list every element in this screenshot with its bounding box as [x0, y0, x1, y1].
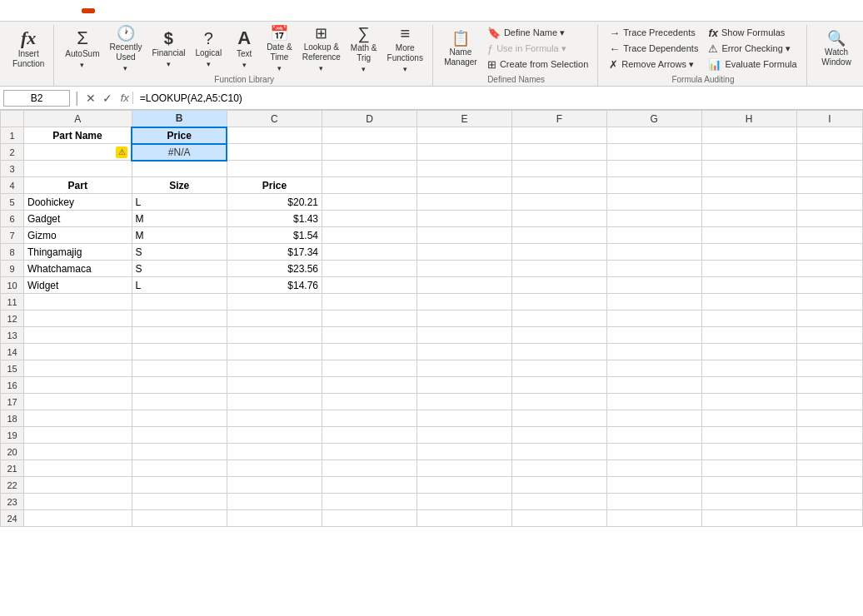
- cell-I10[interactable]: [796, 277, 862, 294]
- cell-E10[interactable]: [417, 277, 511, 294]
- cell-D4[interactable]: [322, 177, 417, 194]
- cell-C21[interactable]: [227, 460, 322, 477]
- cell-G4[interactable]: [606, 177, 701, 194]
- trace-precedents-button[interactable]: → Trace Precedents: [605, 25, 702, 40]
- cell-A17[interactable]: [24, 394, 132, 410]
- cell-B8[interactable]: S: [132, 244, 227, 261]
- cell-A6[interactable]: Gadget: [24, 211, 132, 227]
- cell-B13[interactable]: [132, 327, 227, 344]
- row-number-23[interactable]: 23: [1, 494, 24, 510]
- cell-H12[interactable]: [701, 310, 796, 327]
- create-from-selection-button[interactable]: ⊞ Create from Selection: [483, 57, 592, 72]
- cell-A5[interactable]: Doohickey: [24, 194, 132, 211]
- cell-B18[interactable]: [132, 410, 227, 427]
- cell-H13[interactable]: [701, 327, 796, 344]
- cell-B21[interactable]: [132, 460, 227, 477]
- cell-I16[interactable]: [796, 377, 862, 394]
- cell-G11[interactable]: [606, 294, 701, 310]
- cell-F2[interactable]: [511, 144, 606, 161]
- cell-F16[interactable]: [511, 377, 606, 394]
- row-number-18[interactable]: 18: [1, 410, 24, 427]
- error-indicator-icon[interactable]: ⚠: [116, 147, 127, 158]
- cell-H24[interactable]: [701, 510, 796, 527]
- cell-I5[interactable]: [796, 194, 862, 211]
- text-button[interactable]: A Text: [227, 25, 261, 73]
- cell-A20[interactable]: [24, 444, 132, 460]
- cell-B11[interactable]: [132, 294, 227, 310]
- formula-input[interactable]: [137, 91, 860, 106]
- cell-G1[interactable]: [606, 127, 701, 144]
- cell-B24[interactable]: [132, 510, 227, 527]
- cell-F11[interactable]: [511, 294, 606, 310]
- cell-A22[interactable]: [24, 477, 132, 494]
- cell-E16[interactable]: [417, 377, 511, 394]
- cell-D23[interactable]: [322, 494, 417, 510]
- cell-H10[interactable]: [701, 277, 796, 294]
- cell-C9[interactable]: $23.56: [227, 261, 322, 277]
- cell-F3[interactable]: [511, 161, 606, 177]
- cell-B10[interactable]: L: [132, 277, 227, 294]
- cell-B19[interactable]: [132, 427, 227, 444]
- cell-H6[interactable]: [701, 211, 796, 227]
- cell-H1[interactable]: [701, 127, 796, 144]
- watch-window-button[interactable]: 🔍 WatchWindow: [814, 25, 860, 73]
- cell-I21[interactable]: [796, 460, 862, 477]
- cell-G7[interactable]: [606, 227, 701, 244]
- row-number-20[interactable]: 20: [1, 444, 24, 460]
- math-trig-button[interactable]: ∑ Math &Trig: [347, 25, 382, 73]
- cell-I6[interactable]: [796, 211, 862, 227]
- row-number-22[interactable]: 22: [1, 477, 24, 494]
- cell-B6[interactable]: M: [132, 211, 227, 227]
- cell-E4[interactable]: [417, 177, 511, 194]
- cell-C12[interactable]: [227, 310, 322, 327]
- cell-I15[interactable]: [796, 360, 862, 377]
- cell-E9[interactable]: [417, 261, 511, 277]
- cell-H20[interactable]: [701, 444, 796, 460]
- remove-arrows-button[interactable]: ✗ Remove Arrows ▾: [605, 57, 702, 72]
- cell-H19[interactable]: [701, 427, 796, 444]
- cell-A11[interactable]: [24, 294, 132, 310]
- cell-G3[interactable]: [606, 161, 701, 177]
- cell-I13[interactable]: [796, 327, 862, 344]
- evaluate-formula-button[interactable]: 📊 Evaluate Formula: [704, 57, 801, 72]
- cell-H7[interactable]: [701, 227, 796, 244]
- cell-F6[interactable]: [511, 211, 606, 227]
- autosum-button[interactable]: Σ AutoSum: [61, 25, 103, 73]
- financial-button[interactable]: $ Financial: [147, 25, 189, 73]
- row-number-12[interactable]: 12: [1, 310, 24, 327]
- menu-insert[interactable]: [37, 8, 50, 13]
- cell-H4[interactable]: [701, 177, 796, 194]
- row-number-3[interactable]: 3: [1, 161, 24, 177]
- cell-C1[interactable]: [227, 127, 322, 144]
- cell-C18[interactable]: [227, 410, 322, 427]
- cell-D14[interactable]: [322, 344, 417, 360]
- cell-I11[interactable]: [796, 294, 862, 310]
- cell-C14[interactable]: [227, 344, 322, 360]
- cell-G13[interactable]: [606, 327, 701, 344]
- cell-B17[interactable]: [132, 394, 227, 410]
- cell-C3[interactable]: [227, 161, 322, 177]
- cell-E13[interactable]: [417, 327, 511, 344]
- cell-I19[interactable]: [796, 427, 862, 444]
- cell-B16[interactable]: [132, 377, 227, 394]
- row-number-8[interactable]: 8: [1, 244, 24, 261]
- cell-C4[interactable]: Price: [227, 177, 322, 194]
- cell-B3[interactable]: [132, 161, 227, 177]
- cell-E23[interactable]: [417, 494, 511, 510]
- cell-I14[interactable]: [796, 344, 862, 360]
- row-number-2[interactable]: 2: [1, 144, 24, 161]
- cell-D19[interactable]: [322, 427, 417, 444]
- cancel-entry-icon[interactable]: ✕: [84, 92, 97, 105]
- cell-I17[interactable]: [796, 394, 862, 410]
- cell-F15[interactable]: [511, 360, 606, 377]
- cell-B15[interactable]: [132, 360, 227, 377]
- cell-I20[interactable]: [796, 444, 862, 460]
- cell-E17[interactable]: [417, 394, 511, 410]
- cell-C6[interactable]: $1.43: [227, 211, 322, 227]
- cell-I3[interactable]: [796, 161, 862, 177]
- trace-dependents-button[interactable]: ← Trace Dependents: [605, 41, 702, 56]
- cell-F8[interactable]: [511, 244, 606, 261]
- cell-D17[interactable]: [322, 394, 417, 410]
- col-header-I[interactable]: I: [796, 111, 862, 127]
- cell-H16[interactable]: [701, 377, 796, 394]
